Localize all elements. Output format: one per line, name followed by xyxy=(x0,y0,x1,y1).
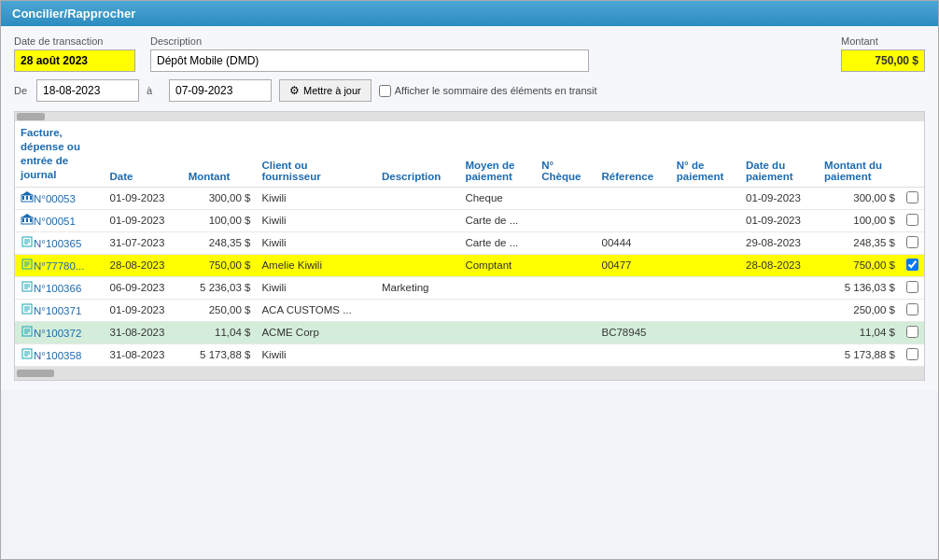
table-row[interactable]: N°77780...28-08-2023750,00 $Amelie Kiwil… xyxy=(15,254,924,276)
horizontal-scrollbar[interactable] xyxy=(15,367,924,380)
svg-rect-7 xyxy=(22,218,24,222)
col-header-amount: Montant xyxy=(183,121,257,187)
svg-rect-3 xyxy=(26,196,28,200)
svg-marker-6 xyxy=(21,214,33,217)
row-id-link[interactable]: N°100358 xyxy=(34,350,81,361)
row-checkbox[interactable] xyxy=(906,214,918,226)
description-label: Description xyxy=(150,35,826,47)
table-row[interactable]: N°10036531-07-2023248,35 $KiwiliCarte de… xyxy=(15,231,924,254)
window-title: Concilier/Rapprocher xyxy=(12,7,135,21)
row-checkbox[interactable] xyxy=(906,236,918,248)
row-checkbox[interactable] xyxy=(906,326,918,338)
update-button[interactable]: ⚙ Mettre à jour xyxy=(279,79,371,102)
description-group: Description xyxy=(150,35,826,72)
description-input[interactable] xyxy=(150,49,589,72)
amount-input[interactable] xyxy=(841,49,925,72)
de-input[interactable] xyxy=(36,79,139,102)
svg-marker-1 xyxy=(21,191,33,195)
transaction-date-input[interactable] xyxy=(14,49,135,72)
invoice-icon xyxy=(21,238,34,249)
svg-rect-4 xyxy=(30,196,32,200)
bank-icon xyxy=(21,193,34,204)
title-bar: Concilier/Rapprocher xyxy=(1,1,938,26)
table-row[interactable]: N°10037101-09-2023250,00 $ACA CUSTOMS ..… xyxy=(15,299,924,321)
svg-rect-9 xyxy=(30,218,32,222)
col-header-moyen: Moyen depaiement xyxy=(459,121,536,187)
reconcile-table-wrapper: Facture,dépense ouentrée dejournal Date … xyxy=(14,111,925,381)
row-checkbox[interactable] xyxy=(906,281,918,293)
amount-group: Montant xyxy=(841,35,925,72)
col-header-client: Client oufournisseur xyxy=(256,121,376,187)
date-range-row: De à ⚙ Mettre à jour Afficher le sommair… xyxy=(14,79,925,102)
invoice-icon xyxy=(21,283,34,294)
gear-icon: ⚙ xyxy=(289,84,300,97)
invoice-icon xyxy=(21,350,34,361)
col-header-cheque: N°Chèque xyxy=(536,121,596,187)
row-id-link[interactable]: N°100371 xyxy=(34,305,81,316)
row-checkbox[interactable] xyxy=(906,303,918,315)
table-row[interactable]: N°10035831-08-20235 173,88 $Kiwili5 173,… xyxy=(15,343,924,366)
row-checkbox[interactable] xyxy=(906,348,918,360)
row-id-link[interactable]: N°100372 xyxy=(34,328,81,339)
bank-icon xyxy=(21,216,34,227)
transaction-date-label: Date de transaction xyxy=(14,35,135,47)
col-header-description: Description xyxy=(376,121,459,187)
col-header-journal: Facture,dépense ouentrée dejournal xyxy=(15,121,105,187)
svg-rect-8 xyxy=(26,218,28,222)
col-header-checkbox xyxy=(901,121,924,187)
table-row[interactable]: N°10037231-08-202311,04 $ACME CorpBC7894… xyxy=(15,321,924,343)
de-label: De xyxy=(14,85,29,96)
svg-rect-2 xyxy=(22,196,24,200)
row-id-link[interactable]: N°00051 xyxy=(34,216,76,227)
main-window: Concilier/Rapprocher Date de transaction… xyxy=(0,0,939,560)
table-row[interactable]: N°0005101-09-2023100,00 $KiwiliCarte de … xyxy=(15,209,924,231)
a-input[interactable] xyxy=(169,79,272,102)
col-header-date: Date xyxy=(105,121,183,187)
row-id-link[interactable]: N°77780... xyxy=(34,260,84,272)
reconcile-table: Facture,dépense ouentrée dejournal Date … xyxy=(15,121,924,367)
amount-label: Montant xyxy=(841,35,925,47)
col-header-date-paiement: Date dupaiement xyxy=(740,121,819,187)
col-header-montant-paiement: Montant dupaiement xyxy=(819,121,901,187)
table-row[interactable]: N°10036606-09-20235 236,03 $KiwiliMarket… xyxy=(15,276,924,299)
row-id-link[interactable]: N°100365 xyxy=(34,238,81,249)
row-id-link[interactable]: N°00053 xyxy=(34,193,76,204)
col-header-reference: Réference xyxy=(596,121,671,187)
invoice-icon xyxy=(21,328,34,339)
a-label: à xyxy=(147,85,161,96)
summary-checkbox-label[interactable]: Afficher le sommaire des éléments en tra… xyxy=(379,85,597,97)
row-checkbox[interactable] xyxy=(906,259,918,271)
row-id-link[interactable]: N°100366 xyxy=(34,283,81,294)
summary-checkbox[interactable] xyxy=(379,85,391,97)
invoice-icon xyxy=(21,305,34,316)
row-checkbox[interactable] xyxy=(906,191,918,203)
table-row[interactable]: N°0005301-09-2023300,00 $KiwiliCheque01-… xyxy=(15,187,924,209)
transaction-date-group: Date de transaction xyxy=(14,35,135,72)
col-header-no-paiement: N° depaiement xyxy=(671,121,740,187)
invoice-icon xyxy=(21,260,34,272)
